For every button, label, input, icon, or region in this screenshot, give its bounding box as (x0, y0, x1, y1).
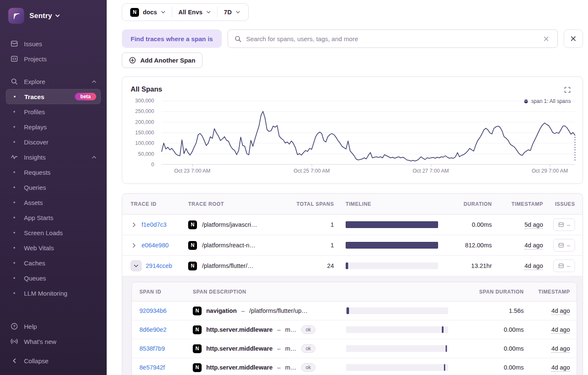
sidebar-item-queries[interactable]: Queries (6, 180, 101, 195)
span-duration-value: 0.00ms (452, 326, 524, 333)
sidebar-section-explore[interactable]: Explore (6, 74, 101, 89)
bullet-icon (10, 217, 18, 218)
sidebar-item-discover[interactable]: Discover (6, 134, 101, 149)
sidebar-item-label: Replays (24, 123, 47, 131)
x-axis-label: Oct 25 7:00 AM (294, 168, 330, 174)
trace-root: /platforms/flutter/… (202, 262, 253, 269)
sidebar-item-llm-monitoring[interactable]: LLM Monitoring (6, 286, 101, 301)
sidebar-item-screen-loads[interactable]: Screen Loads (6, 225, 101, 240)
collapse-label: Collapse (24, 357, 48, 365)
bullet-icon (10, 111, 18, 113)
sidebar-item-replays[interactable]: Replays (6, 119, 101, 134)
span-row: 8e57942f N http.server.middleware – m… o… (132, 358, 577, 375)
collapse-button[interactable]: Collapse (6, 353, 101, 368)
timeline-bar (346, 307, 349, 314)
sidebar-item-app-starts[interactable]: App Starts (6, 210, 101, 225)
timeline-bar (444, 364, 445, 371)
remove-span-condition-button[interactable] (564, 29, 583, 48)
sidebar-item-label: Projects (24, 55, 47, 63)
sidebar-item-help[interactable]: ? Help (6, 319, 101, 334)
span-target: m… (285, 326, 297, 333)
timestamp-value[interactable]: 4d ago (551, 326, 570, 334)
sidebar-item-issues[interactable]: Issues (6, 36, 101, 51)
expand-row-chevron[interactable] (131, 243, 137, 248)
timeline-track (346, 262, 438, 269)
span-target: m… (285, 364, 297, 371)
span-search-input[interactable] (246, 35, 537, 42)
chart-title: All Spans (131, 85, 162, 93)
sidebar-item-caches[interactable]: Caches (6, 255, 101, 270)
platform-icon-nextjs: N (193, 307, 202, 315)
timeline-bar (346, 221, 438, 228)
sidebar-item-label: Issues (24, 40, 42, 47)
span-id-link[interactable]: 920934b6 (139, 307, 189, 314)
chevron-right-icon (132, 243, 136, 248)
sidebar-section-insights[interactable]: Insights (6, 149, 101, 165)
expand-chart-button[interactable] (564, 87, 571, 94)
platform-icon-nextjs: N (130, 8, 139, 17)
span-status-badge: ok (301, 363, 316, 372)
issues-button[interactable]: – (553, 218, 575, 231)
sidebar-nav: Issues Projects Explore Trac (0, 34, 107, 319)
col-header-trace-id: TRACE ID (131, 201, 184, 207)
bullet-icon (10, 126, 18, 128)
sidebar-item-label: Discover (24, 139, 48, 146)
sidebar-item-traces[interactable]: Traces beta (6, 89, 101, 104)
x-axis-tick (312, 164, 312, 166)
col-header-issues: ISSUES (547, 201, 575, 207)
timestamp-value[interactable]: 4d ago (525, 242, 543, 249)
sidebar-item-requests[interactable]: Requests (6, 165, 101, 180)
issues-button[interactable]: – (553, 260, 575, 272)
span-id-link[interactable]: 8e57942f (139, 364, 189, 371)
duration-value: 13.21hr (442, 262, 492, 269)
sidebar-item-label: Help (24, 323, 37, 330)
y-axis-labels: 300,000250,000 200,000150,000 100,00050,… (130, 101, 154, 165)
issues-button[interactable]: – (553, 239, 575, 252)
x-axis-tick (192, 164, 193, 166)
issues-icon (558, 263, 564, 269)
timeline-track (346, 307, 448, 314)
sentry-logo-icon (8, 8, 24, 24)
chevron-left-icon (10, 357, 18, 365)
sidebar-item-label: Traces (24, 93, 45, 100)
org-switcher[interactable]: Sentry (0, 0, 107, 34)
timestamp-value[interactable]: 4d ago (551, 307, 570, 315)
collapse-row-button[interactable] (131, 260, 142, 271)
sidebar-item-assets[interactable]: Assets (6, 195, 101, 210)
timestamp-value[interactable]: 4d ago (525, 262, 543, 270)
add-another-span-button[interactable]: Add Another Span (122, 52, 202, 68)
sidebar-item-projects[interactable]: Projects (6, 51, 101, 66)
total-spans-value: 1 (290, 221, 334, 228)
sidebar-item-web-vitals[interactable]: Web Vitals (6, 240, 101, 255)
timestamp-value[interactable]: 5d ago (525, 221, 543, 229)
insights-icon (10, 153, 18, 161)
span-status-badge: ok (301, 325, 316, 334)
col-header-span-description: SPAN DESCRIPTION (193, 289, 342, 295)
trace-id-link[interactable]: 2914cceb (146, 262, 172, 269)
span-row: 8538f7b9 N http.server.middleware – m… o… (132, 339, 577, 358)
issues-icon (10, 40, 18, 48)
expand-row-chevron[interactable] (131, 222, 137, 228)
search-icon (10, 78, 18, 86)
sidebar-footer: ? Help What's new (0, 319, 107, 349)
section-label: Explore (24, 78, 45, 85)
environment-selector[interactable]: All Envs (172, 9, 217, 16)
timestamp-value[interactable]: 4d ago (551, 364, 570, 372)
chart-plot-area[interactable]: Oct 23 7:00 AM Oct 25 7:00 AM Oct 27 7:0… (162, 101, 575, 165)
project-selector[interactable]: N docs (124, 8, 172, 17)
sidebar-item-label: Queries (24, 184, 46, 191)
span-id-link[interactable]: 8d6e90e2 (139, 326, 189, 333)
trace-id-link[interactable]: f1e0d7c3 (142, 221, 167, 228)
sidebar-item-whats-new[interactable]: What's new (6, 334, 101, 349)
span-op: navigation (206, 307, 237, 314)
clear-search-button[interactable] (541, 34, 551, 44)
sidebar-item-queues[interactable]: Queues (6, 270, 101, 286)
trace-id-link[interactable]: e064e980 (142, 242, 169, 249)
timestamp-value[interactable]: 4d ago (551, 345, 570, 353)
bullet-icon (10, 232, 18, 233)
span-id-link[interactable]: 8538f7b9 (139, 345, 189, 352)
fullscreen-icon (564, 87, 571, 93)
sidebar-item-profiles[interactable]: Profiles (6, 104, 101, 119)
date-range-selector[interactable]: 7D (218, 9, 247, 16)
sidebar-item-label: Queues (24, 275, 46, 282)
